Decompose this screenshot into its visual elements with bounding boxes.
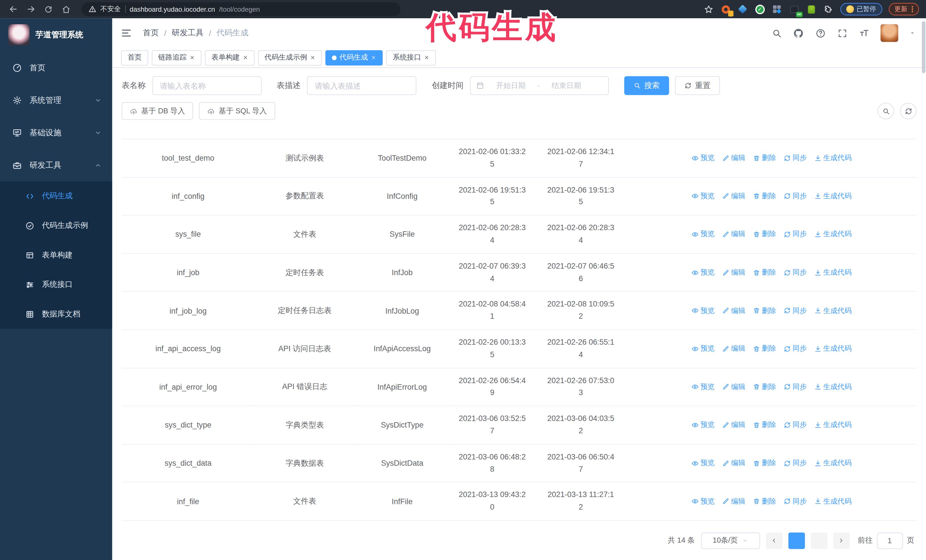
extension-icon[interactable] xyxy=(772,4,782,14)
tab[interactable]: 系统接口 xyxy=(386,50,436,65)
sidebar-item-toolbox[interactable]: 研发工具 xyxy=(0,149,112,181)
row-action-link[interactable]: 同步 xyxy=(784,191,806,201)
row-action-link[interactable]: 删除 xyxy=(753,267,776,278)
row-action-link[interactable]: 删除 xyxy=(753,344,776,354)
row-action-link[interactable]: 生成代码 xyxy=(814,153,852,163)
browser-update-button[interactable]: 更新 xyxy=(888,3,919,15)
sidebar-item-dashboard[interactable]: 首页 xyxy=(0,51,112,84)
row-action-link[interactable]: 同步 xyxy=(784,267,806,278)
extensions-puzzle-icon[interactable] xyxy=(823,4,834,14)
row-action-link[interactable]: 同步 xyxy=(784,229,806,239)
row-action-link[interactable]: 预览 xyxy=(691,191,714,201)
row-action-link[interactable]: 编辑 xyxy=(722,229,745,239)
browser-home-button[interactable] xyxy=(59,2,73,16)
row-action-link[interactable]: 编辑 xyxy=(722,191,745,201)
row-action-link[interactable]: 预览 xyxy=(691,420,714,430)
help-icon[interactable] xyxy=(815,28,825,38)
page-size-select[interactable]: 10条/页 xyxy=(701,532,760,549)
tab[interactable]: 链路追踪 xyxy=(152,50,201,65)
row-action-link[interactable]: 删除 xyxy=(753,420,776,430)
breadcrumb-item[interactable]: 首页 xyxy=(143,28,159,38)
extension-icon[interactable] xyxy=(806,4,816,14)
row-action-link[interactable]: 删除 xyxy=(753,306,776,315)
sidebar-subitem[interactable]: 表单构建 xyxy=(0,240,112,270)
start-date-input[interactable] xyxy=(487,81,535,90)
row-action-link[interactable]: 预览 xyxy=(691,344,714,354)
extension-icon[interactable]: ✓ xyxy=(755,4,765,14)
extension-icon[interactable] xyxy=(737,4,748,14)
collapse-menu-icon[interactable] xyxy=(121,27,132,39)
row-action-link[interactable]: 预览 xyxy=(691,458,714,468)
extension-icon[interactable] xyxy=(720,4,731,14)
row-action-link[interactable]: 预览 xyxy=(691,267,714,278)
user-avatar[interactable] xyxy=(881,24,898,42)
row-action-link[interactable]: 生成代码 xyxy=(814,306,852,315)
row-action-link[interactable]: 删除 xyxy=(753,153,776,163)
browser-back-button[interactable] xyxy=(6,2,20,16)
github-icon[interactable] xyxy=(793,28,804,38)
prev-page-button[interactable] xyxy=(766,532,782,549)
search-icon[interactable] xyxy=(771,28,782,38)
row-action-link[interactable]: 预览 xyxy=(691,382,714,392)
row-action-link[interactable]: 删除 xyxy=(753,191,776,201)
fullscreen-icon[interactable] xyxy=(837,28,847,38)
row-action-link[interactable]: 编辑 xyxy=(722,420,745,430)
close-icon[interactable] xyxy=(310,55,315,60)
browser-forward-button[interactable] xyxy=(24,2,38,16)
row-action-link[interactable]: 编辑 xyxy=(722,153,745,163)
row-action-link[interactable]: 生成代码 xyxy=(814,496,852,506)
row-action-link[interactable]: 生成代码 xyxy=(814,344,852,354)
end-date-input[interactable] xyxy=(542,81,591,90)
tab[interactable]: 首页 xyxy=(121,50,148,65)
row-action-link[interactable]: 预览 xyxy=(691,229,714,239)
refresh-table-button[interactable] xyxy=(900,103,917,119)
font-size-icon[interactable] xyxy=(859,28,869,38)
row-action-link[interactable]: 编辑 xyxy=(722,344,745,354)
row-action-link[interactable]: 编辑 xyxy=(722,458,745,468)
page-number-button[interactable] xyxy=(811,532,827,549)
row-action-link[interactable]: 同步 xyxy=(784,153,806,163)
table-name-input[interactable] xyxy=(152,76,261,95)
table-desc-input[interactable] xyxy=(307,76,416,95)
row-action-link[interactable]: 生成代码 xyxy=(814,420,852,430)
row-action-link[interactable]: 同步 xyxy=(784,420,806,430)
goto-page-input[interactable] xyxy=(877,532,903,549)
page-number-button[interactable] xyxy=(788,532,805,549)
tab[interactable]: 代码生成示例 xyxy=(258,50,322,65)
row-action-link[interactable]: 同步 xyxy=(784,382,806,392)
sidebar-subitem[interactable]: 系统接口 xyxy=(0,270,112,299)
row-action-link[interactable]: 同步 xyxy=(784,306,806,315)
sidebar-subitem[interactable]: 数据库文档 xyxy=(0,299,112,329)
row-action-link[interactable]: 编辑 xyxy=(722,306,745,315)
sidebar-subitem[interactable]: 代码生成 xyxy=(0,181,112,211)
row-action-link[interactable]: 删除 xyxy=(753,458,776,468)
row-action-link[interactable]: 同步 xyxy=(784,344,806,354)
sidebar-subitem[interactable]: 代码生成示例 xyxy=(0,211,112,240)
scrollbar-thumb[interactable] xyxy=(922,21,925,73)
row-action-link[interactable]: 生成代码 xyxy=(814,458,852,468)
bookmark-star-icon[interactable] xyxy=(703,4,714,14)
close-icon[interactable] xyxy=(371,55,377,60)
import-db-button[interactable]: 基于 DB 导入 xyxy=(122,102,193,120)
row-action-link[interactable]: 删除 xyxy=(753,229,776,239)
tab[interactable]: 表单构建 xyxy=(205,50,254,65)
row-action-link[interactable]: 删除 xyxy=(753,382,776,392)
close-icon[interactable] xyxy=(189,55,195,60)
row-action-link[interactable]: 编辑 xyxy=(722,382,745,392)
row-action-link[interactable]: 删除 xyxy=(753,496,776,506)
search-button[interactable]: 搜索 xyxy=(624,76,669,95)
breadcrumb-item[interactable]: 研发工具 xyxy=(172,28,204,38)
close-icon[interactable] xyxy=(243,55,248,60)
row-action-link[interactable]: 同步 xyxy=(784,496,806,506)
reset-button[interactable]: 重置 xyxy=(675,76,720,95)
address-bar[interactable]: 不安全 dashboard.yudao.iocoder.cn/tool/code… xyxy=(82,2,400,16)
next-page-button[interactable] xyxy=(833,532,850,549)
profile-paused-button[interactable]: 已暂停 xyxy=(840,3,882,15)
row-action-link[interactable]: 生成代码 xyxy=(814,267,852,278)
close-icon[interactable] xyxy=(424,55,430,60)
import-sql-button[interactable]: 基于 SQL 导入 xyxy=(199,102,275,120)
row-action-link[interactable]: 编辑 xyxy=(722,267,745,278)
row-action-link[interactable]: 生成代码 xyxy=(814,191,852,201)
row-action-link[interactable]: 同步 xyxy=(784,458,806,468)
row-action-link[interactable]: 编辑 xyxy=(722,496,745,506)
